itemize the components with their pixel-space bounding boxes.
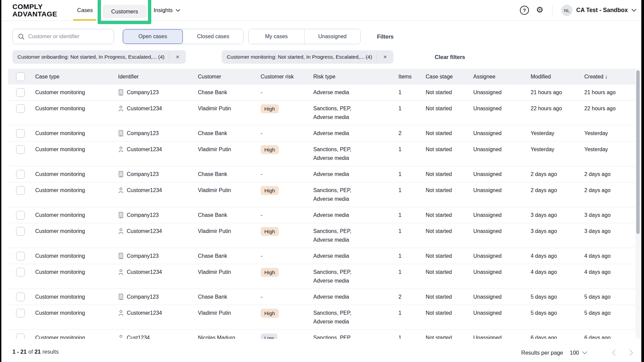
row-checkbox-cell: [8, 305, 30, 329]
table-row[interactable]: Customer monitoringCustomer1234Vladimir …: [8, 264, 636, 289]
customer-risk-cell: -: [257, 248, 310, 264]
nav-tab-insights[interactable]: Insights: [154, 0, 180, 20]
complyadvantage-logo[interactable]: COMPLY ADVANTAGE: [12, 3, 57, 18]
row-checkbox[interactable]: [16, 252, 25, 260]
column-header-customer[interactable]: Customer: [195, 69, 257, 84]
assignee-cell: Unassigned: [470, 182, 527, 207]
table-row[interactable]: Customer monitoringCustomer1234Vladimir …: [8, 305, 636, 330]
row-checkbox[interactable]: [16, 145, 25, 154]
person-icon: [118, 228, 124, 234]
table-row[interactable]: Customer monitoringCompany123Chase Bank-…: [8, 84, 636, 101]
table-row[interactable]: Customer monitoringCustomer1234Vladimir …: [8, 101, 636, 125]
table-row[interactable]: Customer monitoringCompany123Chase Bank-…: [8, 289, 636, 305]
clear-filters-label: Clear filters: [435, 54, 465, 60]
case-type-cell: Customer monitoring: [30, 289, 116, 305]
select-all-checkbox[interactable]: [16, 72, 25, 81]
settings-gear-icon[interactable]: ⚙: [536, 5, 543, 15]
row-checkbox[interactable]: [16, 104, 25, 113]
row-checkbox[interactable]: [16, 88, 25, 97]
table-row[interactable]: Customer monitoringCustomer1234Vladimir …: [8, 223, 636, 248]
nav-tab-customers-label: Customers: [111, 8, 138, 15]
logo-line2: ADVANTAGE: [12, 10, 57, 18]
modified-cell: 2 days ago: [527, 166, 580, 182]
risk-type-cell: Sanctions, PEP,Adverse media: [310, 305, 396, 329]
person-icon: [118, 187, 124, 193]
close-icon[interactable]: ✕: [174, 53, 182, 61]
items-cell: 2: [396, 125, 421, 141]
row-checkbox[interactable]: [16, 334, 25, 339]
customer-cell: Nicolas Maduro: [195, 330, 257, 339]
case-stage-cell: Not started: [421, 166, 470, 182]
column-header-customer-risk[interactable]: Customer risk: [257, 69, 310, 84]
customer-cell: Vladimir Putin: [195, 264, 257, 289]
items-cell: 1: [396, 248, 421, 264]
column-header-created[interactable]: Created ↓: [580, 69, 636, 84]
nav-tab-customers[interactable]: Customers: [103, 5, 147, 18]
closed-cases-button[interactable]: Closed cases: [183, 29, 243, 44]
column-header-case-type[interactable]: Case type: [30, 69, 116, 84]
column-header-case-stage[interactable]: Case stage: [421, 69, 470, 84]
row-checkbox[interactable]: [16, 293, 25, 301]
row-checkbox-cell: [8, 141, 30, 166]
chevron-right-icon: [629, 349, 633, 356]
row-checkbox[interactable]: [16, 268, 25, 277]
column-header-identifier[interactable]: Identifier: [116, 69, 195, 84]
nav-divider: [552, 5, 552, 15]
nav-tab-insights-label: Insights: [154, 7, 173, 13]
column-header-risk-type[interactable]: Risk type: [310, 69, 396, 84]
table-row[interactable]: Customer monitoringCust1234Nicolas Madur…: [8, 330, 636, 339]
identifier-cell: Company123: [116, 207, 195, 223]
logo-line1: COMPLY: [12, 3, 57, 10]
case-stage-cell: Not started: [421, 264, 470, 289]
search-input[interactable]: [28, 34, 110, 40]
scrollbar-thumb[interactable]: [636, 70, 640, 234]
open-cases-button[interactable]: Open cases: [123, 29, 183, 44]
filters-button[interactable]: Filters: [377, 29, 394, 44]
next-page-button[interactable]: [627, 348, 636, 357]
top-nav: COMPLY ADVANTAGE Cases Customers Insight…: [0, 0, 644, 21]
results-per-page-select[interactable]: 100: [570, 350, 587, 356]
company-building-icon: [118, 253, 124, 259]
modified-cell: 21 hours ago: [527, 84, 580, 100]
previous-page-button[interactable]: [609, 348, 619, 357]
close-icon[interactable]: ✕: [381, 53, 389, 61]
account-menu[interactable]: CA Test - Sandbox: [576, 0, 636, 20]
help-icon[interactable]: ?: [520, 6, 529, 15]
case-type-cell: Customer monitoring: [30, 84, 116, 100]
company-building-icon: [118, 212, 124, 218]
row-checkbox[interactable]: [16, 129, 25, 138]
assignment-toggle: My cases Unassigned: [248, 29, 361, 44]
identifier-cell: Customer1234: [116, 305, 195, 329]
column-header-assignee[interactable]: Assignee: [470, 69, 527, 84]
row-checkbox[interactable]: [16, 227, 25, 236]
case-type-cell: Customer monitoring: [30, 182, 116, 207]
clear-filters-button[interactable]: Clear filters: [435, 50, 465, 64]
table-row[interactable]: Customer monitoringCompany123Chase Bank-…: [8, 125, 636, 141]
table-row[interactable]: Customer monitoringCompany123Chase Bank-…: [8, 207, 636, 223]
filter-chip-label: Customer monitoring: Not started, In Pro…: [227, 54, 372, 60]
row-checkbox[interactable]: [16, 170, 25, 179]
nav-tab-cases[interactable]: Cases: [77, 0, 93, 20]
unassigned-button[interactable]: Unassigned: [304, 29, 360, 44]
row-checkbox[interactable]: [16, 309, 25, 317]
table-row[interactable]: Customer monitoringCustomer1234Vladimir …: [8, 182, 636, 207]
row-checkbox[interactable]: [16, 186, 25, 195]
assignee-cell: Unassigned: [470, 248, 527, 264]
row-checkbox[interactable]: [16, 211, 25, 220]
column-header-modified[interactable]: Modified: [527, 69, 580, 84]
open-cases-label: Open cases: [139, 34, 167, 40]
assignee-cell: Unassigned: [470, 330, 527, 339]
case-type-cell: Customer monitoring: [30, 223, 116, 248]
table-row[interactable]: Customer monitoringCustomer1234Vladimir …: [8, 141, 636, 166]
items-cell: 1: [396, 182, 421, 207]
items-cell: 1: [396, 330, 421, 339]
table-row[interactable]: Customer monitoringCompany123Chase Bank-…: [8, 248, 636, 264]
avatar[interactable]: NL: [561, 5, 573, 16]
identifier-cell: Customer1234: [116, 264, 195, 289]
case-stage-cell: Not started: [421, 223, 470, 248]
scrollbar-track[interactable]: [635, 69, 640, 339]
row-checkbox-cell: [8, 207, 30, 223]
my-cases-button[interactable]: My cases: [249, 29, 304, 44]
column-header-items[interactable]: Items: [396, 69, 421, 84]
table-row[interactable]: Customer monitoringCompany123Chase Bank-…: [8, 166, 636, 182]
